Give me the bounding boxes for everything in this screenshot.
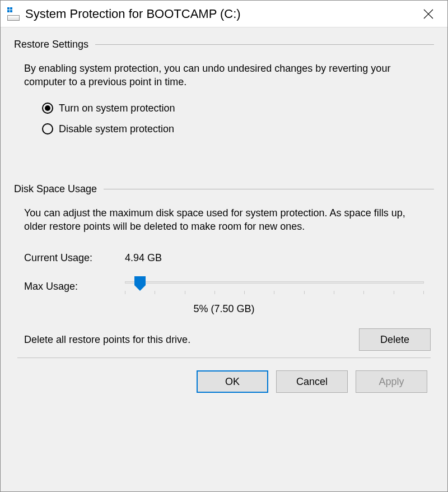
apply-button[interactable]: Apply [356,370,427,393]
slider-track [125,281,424,284]
restore-description: By enabling system protection, you can u… [24,62,424,89]
delete-description: Delete all restore points for this drive… [24,334,190,346]
divider-line [104,189,434,189]
slider-ticks [125,291,424,295]
disk-section-header: Disk Space Usage [14,183,434,195]
titlebar: System Protection for BOOTCAMP (C:) [1,1,447,27]
drive-icon [7,7,21,21]
current-usage-label: Current Usage: [24,252,125,264]
protection-radio-group: Turn on system protection Disable system… [42,103,434,144]
cancel-button[interactable]: Cancel [276,370,348,393]
radio-icon [42,103,53,114]
ok-button[interactable]: OK [197,370,268,393]
dialog-footer: OK Cancel Apply [14,358,434,393]
restore-section-header: Restore Settings [14,39,434,50]
dialog-window: System Protection for BOOTCAMP (C:) Rest… [0,0,448,492]
restore-header-label: Restore Settings [14,39,88,50]
radio-icon [42,123,53,134]
disk-description: You can adjust the maximum disk space us… [24,206,424,234]
radio-label: Disable system protection [59,123,174,135]
max-usage-row: Max Usage: [24,275,424,298]
max-usage-value: 5% (7.50 GB) [14,303,434,315]
disk-header-label: Disk Space Usage [14,183,97,195]
close-icon [423,9,433,19]
max-usage-label: Max Usage: [24,281,125,293]
close-button[interactable] [416,1,441,26]
max-usage-slider[interactable] [125,275,424,298]
disable-protection-radio[interactable]: Disable system protection [42,123,434,135]
turn-on-protection-radio[interactable]: Turn on system protection [42,103,434,114]
slider-thumb[interactable] [134,276,146,291]
current-usage-value: 4.94 GB [125,252,162,264]
window-title: System Protection for BOOTCAMP (C:) [25,7,416,21]
delete-row: Delete all restore points for this drive… [24,328,431,351]
dialog-content: Restore Settings By enabling system prot… [1,27,447,491]
current-usage-row: Current Usage: 4.94 GB [24,252,424,264]
divider-line [95,44,434,45]
radio-label: Turn on system protection [59,103,175,114]
delete-button[interactable]: Delete [359,328,431,351]
